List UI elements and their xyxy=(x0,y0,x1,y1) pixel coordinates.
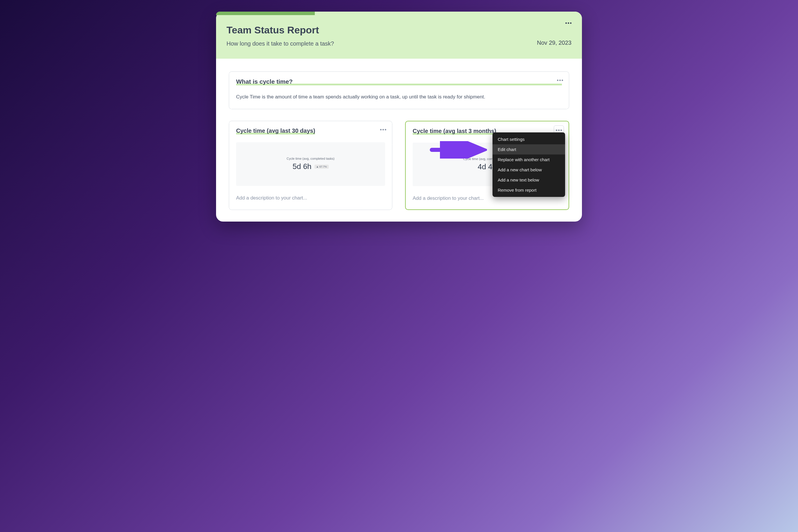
chart-title: Cycle time (avg last 30 days) xyxy=(236,128,315,134)
report-card: Team Status Report How long does it take… xyxy=(216,12,582,222)
report-title: Team Status Report xyxy=(227,24,537,36)
menu-item-remove-from-report[interactable]: Remove from report xyxy=(493,185,565,195)
menu-item-edit-chart[interactable]: Edit chart xyxy=(493,144,565,154)
more-icon xyxy=(380,129,386,130)
chart-more-button[interactable] xyxy=(379,125,387,133)
chart-title: Cycle time (avg last 3 months) xyxy=(413,128,496,134)
report-more-button[interactable] xyxy=(565,20,571,25)
report-date: Nov 29, 2023 xyxy=(537,39,571,46)
report-subtitle: How long does it take to complete a task… xyxy=(227,40,537,47)
header-accent-bar xyxy=(216,12,315,15)
more-icon xyxy=(565,22,571,24)
info-card: What is cycle time? Cycle Time is the am… xyxy=(229,72,569,109)
info-card-title: What is cycle time? xyxy=(236,78,293,85)
chart-viz-label: Cycle time (avg, completed tasks) xyxy=(287,157,335,160)
chart-card-30-days: Cycle time (avg last 30 days) Cycle time… xyxy=(229,121,392,210)
chart-context-menu: Chart settings Edit chart Replace with a… xyxy=(493,132,565,197)
report-header: Team Status Report How long does it take… xyxy=(216,12,582,59)
info-card-body: Cycle Time is the amount of time a team … xyxy=(236,93,562,101)
chart-visualization: Cycle time (avg, completed tasks) 5d 6h … xyxy=(236,142,385,186)
chart-value: 5d 6h xyxy=(292,162,311,171)
more-icon xyxy=(556,130,562,131)
menu-item-add-text-below[interactable]: Add a new text below xyxy=(493,175,565,185)
menu-item-add-chart-below[interactable]: Add a new chart below xyxy=(493,165,565,175)
chart-card-3-months: Chart settings Edit chart Replace with a… xyxy=(405,121,569,210)
report-body: What is cycle time? Cycle Time is the am… xyxy=(216,59,582,222)
chart-trend-badge: ▲ 67.7% xyxy=(315,165,329,169)
menu-item-chart-settings[interactable]: Chart settings xyxy=(493,134,565,144)
charts-row: Cycle time (avg last 30 days) Cycle time… xyxy=(229,121,569,210)
menu-item-replace-chart[interactable]: Replace with another chart xyxy=(493,154,565,165)
chart-description-input[interactable]: Add a description to your chart... xyxy=(236,195,385,201)
